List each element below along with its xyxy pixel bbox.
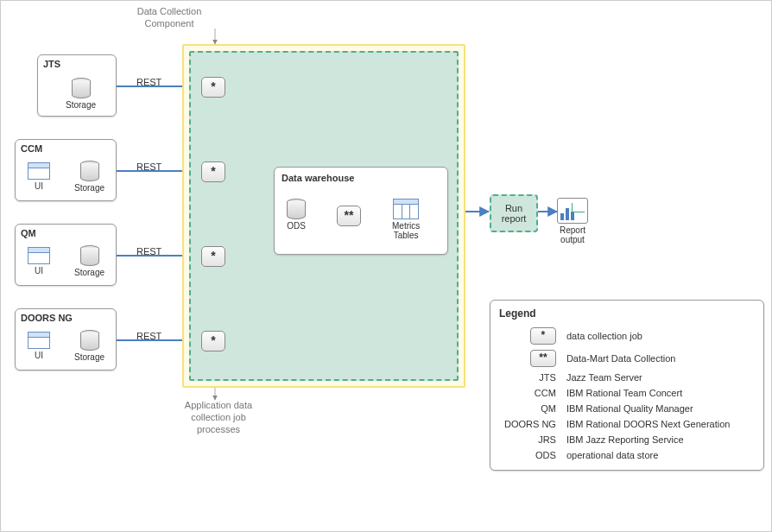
diagram-canvas: { "header": { "label": "Data Collection\… (0, 0, 772, 532)
legend-chip: * (530, 327, 556, 345)
rest-label: REST (136, 77, 161, 87)
legend-desc: data collection job (561, 325, 736, 347)
metrics-label: Metrics Tables (392, 221, 420, 240)
run-report: Run report (490, 194, 538, 232)
report-output: Report output (557, 198, 588, 244)
legend-chip: ** (530, 350, 556, 367)
ui-icon (28, 162, 50, 180)
report-icon (557, 198, 588, 224)
source-jts-title: JTS (38, 55, 116, 73)
job-chip: * (201, 246, 225, 267)
footer-note: Application data collection job processe… (175, 400, 262, 435)
ui-icon (28, 247, 50, 264)
storage-label: Storage (66, 100, 96, 110)
legend-key: ODS (499, 447, 561, 463)
legend-desc: IBM Rational Team Concert (561, 385, 736, 401)
legend-desc: Data-Mart Data Collection (561, 347, 736, 370)
table-icon (393, 199, 419, 219)
ods-label: ODS (287, 221, 306, 231)
storage-icon (80, 245, 99, 266)
ui-label: UI (28, 181, 50, 191)
ui-label: UI (28, 351, 50, 360)
legend-desc: IBM Rational Quality Manager (561, 401, 736, 416)
legend-key: JRS (499, 432, 561, 447)
header-note: Data Collection Component (117, 6, 221, 30)
legend-key: JTS (499, 370, 561, 385)
storage-icon (80, 330, 99, 351)
storage-icon (72, 78, 91, 98)
rest-label: REST (136, 162, 161, 172)
source-qm-title: QM (16, 225, 116, 242)
rest-label: REST (136, 331, 161, 341)
job-chip: * (201, 77, 225, 98)
dw-title: Data warehouse (275, 168, 447, 188)
storage-icon (80, 161, 99, 181)
source-jts: JTS Storage (37, 54, 117, 117)
rest-label: REST (136, 246, 161, 256)
legend-desc: Jazz Team Server (561, 370, 736, 385)
report-output-label: Report output (557, 225, 588, 244)
job-chip: * (201, 331, 225, 352)
run-report-label: Run report (502, 203, 527, 224)
legend-desc: IBM Jazz Reporting Service (561, 432, 736, 447)
legend-key: CCM (499, 385, 561, 401)
legend-desc: IBM Rational DOORS Next Generation (561, 416, 736, 432)
job-chip-double: ** (337, 206, 361, 226)
source-ccm: CCM UI Storage (15, 139, 117, 201)
ui-icon (28, 332, 50, 349)
storage-label: Storage (74, 352, 104, 362)
job-chip: * (201, 162, 225, 182)
legend: Legend *data collection job **Data-Mart … (490, 300, 764, 471)
legend-key: DOORS NG (499, 416, 561, 432)
source-doors: DOORS NG UI Storage (15, 308, 117, 370)
legend-key: QM (499, 401, 561, 416)
storage-label: Storage (74, 183, 104, 193)
source-qm: QM UI Storage (15, 224, 117, 286)
legend-title: Legend (499, 307, 755, 320)
source-ccm-title: CCM (16, 140, 116, 157)
data-warehouse: Data warehouse ODS ** Metrics Tables (274, 167, 448, 255)
storage-label: Storage (74, 268, 104, 277)
legend-desc: operational data store (561, 447, 736, 463)
ods-icon (287, 199, 306, 219)
ui-label: UI (28, 266, 50, 276)
source-doors-title: DOORS NG (16, 309, 116, 326)
